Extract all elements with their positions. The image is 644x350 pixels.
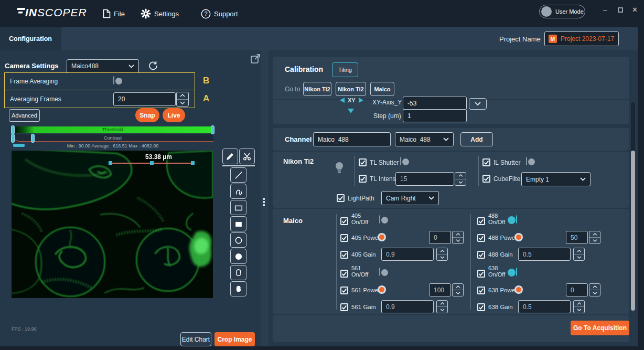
step-down-button[interactable] [453, 237, 463, 243]
laser-gain-checkbox[interactable] [340, 303, 348, 311]
step-value-input[interactable] [403, 109, 467, 122]
laser-power-input[interactable] [429, 231, 451, 244]
laser-gain-checkbox[interactable] [340, 251, 348, 259]
laser-gain-input[interactable] [381, 300, 434, 313]
laser-onoff-checkbox[interactable] [340, 217, 348, 225]
crop-image-button[interactable]: Crop Image [214, 332, 255, 346]
axis-value-input[interactable] [403, 97, 467, 110]
pad-left-button[interactable] [339, 97, 345, 105]
live-button[interactable]: Live [163, 108, 185, 122]
threshold-min-handle[interactable] [11, 125, 15, 134]
refresh-button[interactable] [148, 60, 158, 72]
step-down-button[interactable] [589, 237, 600, 243]
close-button[interactable]: ✕ [632, 6, 638, 14]
contrast-min-handle[interactable] [11, 134, 15, 143]
laser-gain-input[interactable] [518, 300, 571, 313]
step-up-button[interactable] [177, 92, 188, 99]
cube-filter-select[interactable]: Empty 1 [521, 172, 591, 186]
tl-intensity-input[interactable] [395, 172, 454, 186]
edit-chart-button[interactable]: Edit Chart [180, 332, 211, 346]
contrast-bar[interactable]: Contrast [12, 134, 213, 142]
tool-polygon[interactable] [230, 265, 246, 280]
maximize-button[interactable] [618, 7, 623, 14]
menu-settings[interactable]: Settings [141, 0, 179, 27]
step-down-button[interactable] [455, 179, 466, 186]
tool-circle[interactable] [230, 232, 246, 248]
laser-gain-input[interactable] [518, 248, 571, 261]
laser-onoff-checkbox[interactable] [477, 270, 485, 278]
step-up-button[interactable] [453, 284, 463, 290]
tool-pencil[interactable] [222, 149, 238, 164]
slider-knob[interactable] [516, 287, 521, 292]
laser-onoff-toggle[interactable] [379, 268, 380, 276]
tiling-button[interactable]: Tiling [332, 62, 358, 77]
step-up-button[interactable] [574, 301, 584, 306]
laser-onoff-toggle[interactable] [379, 215, 380, 224]
step-up-button[interactable] [589, 284, 600, 290]
project-name-field[interactable]: M Project 2023-07-17 [544, 31, 619, 46]
menu-file[interactable]: File [103, 0, 125, 27]
go-to-acquisition-button[interactable]: Go To Acquisition [571, 321, 629, 335]
laser-power-input[interactable] [566, 283, 588, 296]
slider-knob[interactable] [516, 235, 521, 240]
right-scrollbar-thumb[interactable] [631, 151, 635, 311]
laser-power-checkbox[interactable] [340, 287, 348, 294]
tl-intensity-checkbox[interactable] [359, 175, 367, 183]
laser-power-input[interactable] [566, 231, 588, 244]
laser-onoff-toggle[interactable] [516, 268, 517, 276]
tl-intensity-stepper[interactable] [455, 172, 466, 186]
laser-gain-stepper[interactable] [436, 248, 448, 261]
goto-nikon-ti2-button[interactable]: Nikon Ti2 [303, 82, 331, 96]
laser-onoff-checkbox[interactable] [340, 270, 348, 278]
measure-handle-end[interactable] [191, 161, 195, 165]
goto-maico-button[interactable]: Maico [370, 82, 394, 96]
right-scrollbar-track[interactable] [631, 102, 635, 311]
laser-power-stepper[interactable] [589, 231, 600, 244]
step-down-button[interactable] [437, 254, 447, 260]
snap-button[interactable]: Snap [135, 108, 159, 122]
laser-onoff-toggle[interactable] [516, 215, 517, 224]
laser-power-input[interactable] [429, 283, 451, 296]
averaging-frames-stepper[interactable] [176, 92, 189, 107]
step-up-button[interactable] [589, 231, 600, 237]
threshold-bar[interactable]: Threshold [12, 126, 213, 133]
panel-splitter[interactable] [261, 50, 269, 350]
tool-line[interactable] [230, 167, 246, 183]
menu-support[interactable]: ? Support [201, 0, 238, 27]
tl-shutter-toggle[interactable] [400, 157, 401, 165]
tool-curve[interactable] [230, 184, 246, 199]
contrast-mid-handle[interactable] [31, 134, 35, 143]
channel-add-button[interactable]: Add [460, 132, 493, 146]
pad-right-button[interactable] [358, 97, 364, 105]
laser-power-stepper[interactable] [452, 283, 464, 296]
tool-cut[interactable] [239, 149, 255, 164]
laser-gain-checkbox[interactable] [477, 303, 485, 311]
step-up-button[interactable] [574, 248, 584, 254]
advanced-button[interactable]: Advanced [9, 109, 40, 122]
step-up-button[interactable] [453, 231, 463, 237]
light-path-select[interactable]: Cam Right [381, 191, 439, 205]
laser-onoff-checkbox[interactable] [477, 217, 485, 225]
tool-circle-filled[interactable] [230, 249, 246, 264]
step-down-button[interactable] [574, 306, 584, 313]
step-up-button[interactable] [455, 173, 466, 179]
slider-knob[interactable] [379, 235, 384, 240]
laser-gain-stepper[interactable] [436, 300, 448, 313]
step-up-button[interactable] [437, 301, 447, 306]
light-path-checkbox[interactable] [337, 194, 345, 202]
step-up-button[interactable] [437, 248, 447, 254]
il-shutter-toggle[interactable] [526, 157, 527, 165]
user-mode-toggle[interactable]: User Mode [539, 5, 585, 18]
laser-power-stepper[interactable] [452, 231, 464, 244]
laser-power-checkbox[interactable] [477, 287, 485, 294]
measurement-overlay[interactable]: 53.38 µm [12, 151, 213, 172]
laser-gain-stepper[interactable] [573, 248, 585, 261]
step-down-button[interactable] [177, 99, 188, 107]
tool-rectangle-filled[interactable] [230, 216, 246, 231]
laser-gain-input[interactable] [381, 248, 434, 261]
laser-gain-stepper[interactable] [573, 300, 585, 313]
slider-knob[interactable] [379, 287, 384, 292]
popout-button[interactable] [250, 53, 261, 66]
pad-down-button[interactable] [347, 108, 355, 115]
laser-power-stepper[interactable] [589, 283, 600, 296]
